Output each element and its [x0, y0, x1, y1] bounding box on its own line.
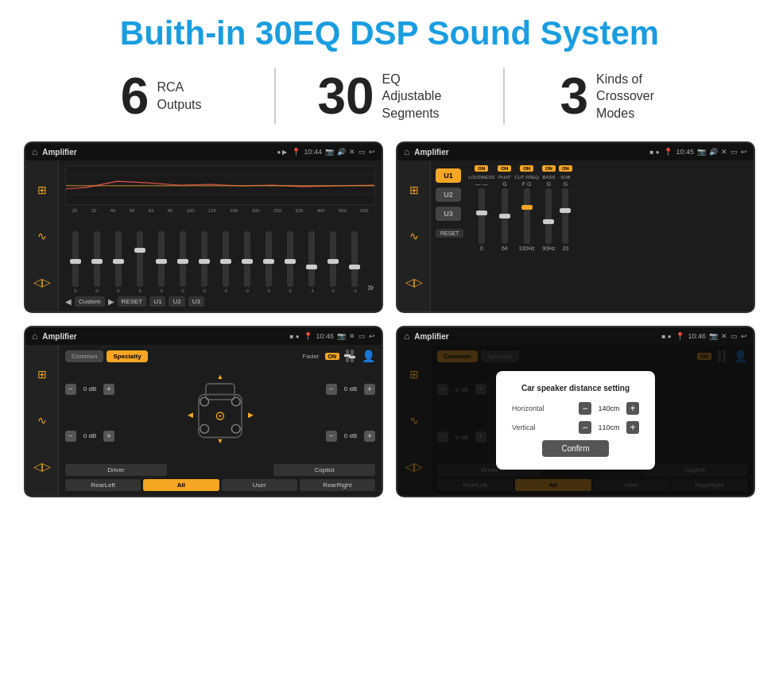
eq-next-icon[interactable]: ▶: [108, 297, 114, 306]
home-icon-fader[interactable]: ⌂: [32, 331, 37, 342]
eq-main-content: 2532405063 80100125160200 25032040050063…: [59, 160, 382, 311]
eq-controls: ◀ Custom ▶ RESET U1 U2 U3: [65, 296, 375, 307]
fader-sliders-mini: [346, 350, 354, 362]
db4-minus[interactable]: −: [326, 431, 337, 442]
home-icon-eq[interactable]: ⌂: [32, 146, 37, 157]
waveform-icon[interactable]: ∿: [37, 230, 47, 242]
eq-slider-14[interactable]: -1: [346, 231, 363, 293]
svg-point-13: [231, 397, 240, 406]
cutfreq-slider[interactable]: [524, 188, 530, 244]
eq-slider-11[interactable]: 0: [281, 231, 299, 293]
ch-cutfreq: ON CUT FREQ FG 100Hz: [514, 165, 539, 307]
tab-specialty[interactable]: Specialty: [107, 350, 147, 362]
eq-slider-10[interactable]: 0: [260, 231, 277, 293]
eq-prev-icon[interactable]: ◀: [65, 297, 72, 306]
sub-slider[interactable]: [562, 188, 568, 244]
eq-slider-2[interactable]: 0: [88, 231, 106, 293]
eq-slider-13[interactable]: 0: [324, 231, 342, 293]
cross-u3-btn[interactable]: U3: [436, 207, 461, 221]
eq-reset-btn[interactable]: RESET: [118, 296, 147, 307]
db3-minus[interactable]: −: [326, 384, 337, 395]
eq-slider-5[interactable]: 0: [153, 231, 170, 293]
user-btn[interactable]: User: [222, 479, 297, 491]
bottom-btns: Driver Copilot: [65, 464, 375, 476]
horizontal-input: − 140cm +: [579, 402, 639, 415]
cross-wave-icon[interactable]: ∿: [409, 230, 419, 242]
fader-label-txt: Fader: [303, 353, 320, 360]
crossover-statusbar: ⌂ Amplifier ■ ● 📍 10:45 📷 🔊 ✕ ▭ ↩: [397, 143, 754, 160]
fader-screen-body: ⊞ ∿ ◁▷ Common Specialty Fader ON 👤: [25, 345, 382, 496]
eq-slider-8[interactable]: 0: [217, 231, 234, 293]
cross-vol-icon[interactable]: ◁▷: [405, 276, 423, 288]
dialog-screen-body: ⊞ ∿ ◁▷ Common Specialty ON 👤: [397, 345, 754, 496]
horizontal-plus[interactable]: +: [626, 402, 639, 415]
db1-plus[interactable]: +: [103, 384, 114, 395]
eq-status-icons: 📍 10:44 📷 🔊 ✕ ▭ ↩: [292, 148, 375, 156]
ch-sub: ON SUB G 20: [559, 165, 572, 307]
driver-btn[interactable]: Driver: [65, 464, 167, 476]
svg-point-11: [219, 415, 222, 417]
bass-slider[interactable]: [545, 188, 552, 244]
vertical-minus[interactable]: −: [579, 421, 591, 434]
equalizer-icon[interactable]: ⊞: [37, 184, 47, 196]
stat-eq: 30 EQ Adjustable Segments: [276, 71, 502, 122]
rearright-btn[interactable]: RearRight: [300, 479, 375, 491]
stat-crossover: 3 Kinds of Crossover Modes: [505, 71, 731, 122]
stat-rca: 6 RCA Outputs: [48, 71, 274, 122]
eq-freq-labels: 2532405063 80100125160200 25032040050063…: [65, 208, 375, 213]
car-speaker-dialog: Car speaker distance setting Horizontal …: [496, 371, 655, 470]
db-row-2: − 0 dB +: [65, 431, 114, 442]
eq-sliders: 0 0 0 5 0 0 0 0 0 0 0 -1 0 -1 »: [65, 216, 375, 293]
fader-side-icons: ⊞ ∿ ◁▷: [25, 345, 59, 496]
dialog-vertical-row: Vertical − 110cm +: [512, 421, 639, 434]
fader-vol-icon[interactable]: ◁▷: [33, 460, 51, 473]
confirm-button[interactable]: Confirm: [542, 440, 608, 457]
eq-slider-4[interactable]: 5: [131, 231, 149, 293]
db3-plus[interactable]: +: [364, 384, 375, 395]
rearleft-btn[interactable]: RearLeft: [65, 479, 141, 491]
eq-slider-9[interactable]: 0: [238, 231, 256, 293]
fader-eq-icon[interactable]: ⊞: [37, 368, 47, 381]
eq-slider-7[interactable]: 0: [196, 231, 213, 293]
eq-u1-btn[interactable]: U1: [149, 296, 165, 307]
vertical-plus[interactable]: +: [626, 421, 639, 434]
fader-statusbar: ⌂ Amplifier ■ ● 📍 10:46 📷 ✕ ▭ ↩: [25, 327, 382, 345]
eq-u2-btn[interactable]: U2: [169, 296, 184, 307]
home-icon-cross[interactable]: ⌂: [404, 146, 409, 157]
home-icon-dialog[interactable]: ⌂: [404, 331, 409, 342]
fader-on-badge: ON: [325, 353, 340, 360]
dialog-overlay: Car speaker distance setting Horizontal …: [397, 345, 754, 496]
eq-slider-1[interactable]: 0: [67, 231, 84, 293]
all-btn[interactable]: All: [143, 479, 219, 491]
cross-u1-btn[interactable]: U1: [436, 168, 461, 183]
eq-slider-3[interactable]: 0: [110, 231, 127, 293]
car-diagram: ▲ ▼ ◀ ▶: [118, 365, 323, 459]
svg-rect-5: [206, 384, 234, 400]
fader-wave-icon[interactable]: ∿: [37, 414, 47, 427]
db4-plus[interactable]: +: [364, 431, 375, 442]
phat-slider[interactable]: [502, 188, 508, 244]
eq-slider-12[interactable]: -1: [303, 231, 320, 293]
stats-row: 6 RCA Outputs 30 EQ Adjustable Segments …: [0, 62, 779, 138]
cross-eq-icon[interactable]: ⊞: [409, 184, 419, 196]
cross-u2-btn[interactable]: U2: [436, 188, 461, 202]
fader-tabs: Common Specialty Fader ON 👤: [65, 350, 375, 362]
db-row-3: − 0 dB +: [326, 384, 375, 395]
page-title: Buith-in 30EQ DSP Sound System: [0, 0, 779, 62]
db2-plus[interactable]: +: [103, 431, 114, 442]
db-row-4: − 0 dB +: [326, 431, 375, 442]
fader-profile-icon[interactable]: 👤: [362, 350, 375, 362]
eq-scroll-right[interactable]: »: [367, 280, 374, 293]
horizontal-minus[interactable]: −: [579, 402, 591, 415]
cross-reset-btn[interactable]: RESET: [436, 229, 463, 238]
volume-icon[interactable]: ◁▷: [33, 276, 51, 288]
eq-custom-btn[interactable]: Custom: [75, 296, 105, 307]
tab-common[interactable]: Common: [65, 350, 103, 362]
empty-btn: [169, 464, 271, 476]
eq-slider-6[interactable]: 0: [174, 231, 192, 293]
eq-u3-btn[interactable]: U3: [188, 296, 204, 307]
loudness-slider[interactable]: [479, 188, 485, 244]
copilot-btn[interactable]: Copilot: [273, 464, 375, 476]
db2-minus[interactable]: −: [65, 431, 76, 442]
db1-minus[interactable]: −: [65, 384, 76, 395]
